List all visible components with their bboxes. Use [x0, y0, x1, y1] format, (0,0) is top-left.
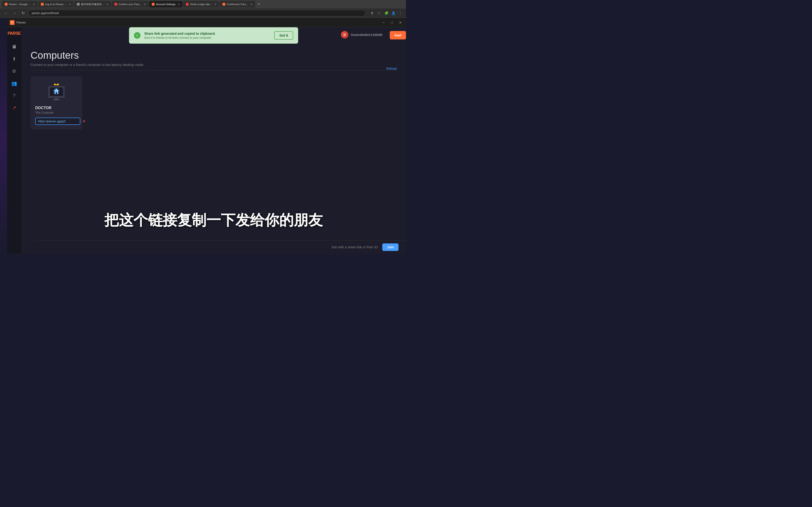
tab-hardware[interactable]: 硬件和软件兼容性... ✕: [74, 1, 111, 7]
toast-notification: ✓ Share link generated and copied to cli…: [129, 27, 298, 44]
share-link-row: ✕: [35, 118, 78, 125]
join-text: Join with a share link or Peer ID.: [331, 245, 379, 249]
tab-favicon-5: [152, 3, 155, 6]
window-favicon: P: [10, 20, 14, 25]
tab-verify-login[interactable]: Verify a login atte... ✕: [183, 1, 219, 7]
computer-label: This Computer: [35, 111, 78, 114]
profile-icon[interactable]: 👤: [391, 10, 396, 16]
tab-favicon-6: [186, 3, 189, 6]
sidebar-item-computers[interactable]: 🖥: [9, 42, 19, 52]
computer-icon-wrap: [35, 81, 78, 102]
maximize-button[interactable]: □: [389, 20, 395, 25]
toast-text: Share link generated and copied to clipb…: [144, 32, 270, 40]
svg-rect-7: [55, 98, 58, 99]
computers-grid: DOCTOR This Computer ✕: [31, 76, 397, 129]
url-field[interactable]: parsec.app/confirmed: [28, 10, 366, 16]
browser-chrome: Parsec - Google ... ✕ Log in to Parsec .…: [0, 0, 406, 18]
tab-close-7[interactable]: ✕: [250, 3, 252, 6]
content-area: ✓ Share link generated and copied to cli…: [21, 27, 406, 253]
join-button[interactable]: Join: [382, 243, 399, 251]
toast-title: Share link generated and copied to clipb…: [144, 32, 270, 36]
page-subtitle: Connect to your computer or a friend's c…: [31, 63, 397, 67]
toast-check-icon: ✓: [134, 32, 141, 39]
tab-confirmed-parsec[interactable]: Confirmed | Pars... ✕: [220, 1, 255, 7]
page-header: Computers Connect to your computer or a …: [31, 50, 397, 71]
tab-favicon-4: [114, 3, 117, 6]
address-bar: ← → ↻ parsec.app/confirmed ⬆ ☆ 🧩 👤 ⋮: [0, 8, 406, 18]
page-title: Computers: [31, 50, 397, 61]
parsec-app: PARSE 🖥 ⬆ ⚙ 👥 ? ↗ ✓ Share link generated…: [7, 27, 406, 253]
tab-favicon-1: [5, 3, 7, 6]
game-thumbnail: [0, 27, 7, 253]
new-tab-button[interactable]: +: [256, 1, 262, 7]
sidebar-item-share[interactable]: ⬆: [9, 54, 19, 64]
tab-close-2[interactable]: ✕: [69, 3, 71, 6]
reload-browser-button[interactable]: ↻: [20, 10, 26, 16]
sidebar-item-teams[interactable]: 👥: [9, 78, 19, 89]
computer-pixel-icon: [45, 81, 68, 102]
tab-login-parsec[interactable]: Log in to Parsec ... ✕: [38, 1, 74, 7]
user-badge: D DoctorWoW#11336095: [341, 31, 383, 39]
svg-rect-8: [53, 99, 60, 100]
sidebar-item-help[interactable]: ?: [9, 91, 19, 101]
bottom-bar: Join with a share link or Peer ID. Join: [35, 240, 406, 253]
tab-close-4[interactable]: ✕: [144, 3, 146, 6]
svg-marker-0: [54, 83, 59, 85]
computer-card-doctor: DOCTOR This Computer ✕: [31, 76, 82, 129]
parsec-logo: PARSE: [7, 31, 21, 36]
tab-confirm-parse[interactable]: Confirm your Pars... ✕: [112, 1, 149, 7]
sidebar-item-extra[interactable]: ↗: [9, 103, 19, 113]
extension-icon[interactable]: 🧩: [384, 10, 389, 16]
tab-bar: Parsec - Google ... ✕ Log in to Parsec .…: [0, 0, 406, 8]
user-name: DoctorWoW#11336095: [351, 33, 383, 37]
user-avatar: D: [341, 31, 348, 39]
tab-close-5[interactable]: ✕: [178, 3, 180, 6]
sidebar-item-settings[interactable]: ⚙: [9, 66, 19, 76]
window-titlebar: P Parsec ─ □ ✕: [7, 18, 406, 27]
tab-close-1[interactable]: ✕: [33, 3, 35, 6]
close-button[interactable]: ✕: [398, 20, 403, 25]
clear-link-button[interactable]: ✕: [82, 118, 86, 125]
svg-rect-5: [56, 92, 57, 94]
tab-close-6[interactable]: ✕: [214, 3, 216, 6]
forward-button[interactable]: →: [11, 10, 18, 16]
reload-button[interactable]: Reload: [386, 67, 397, 70]
tab-close-3[interactable]: ✕: [106, 3, 108, 6]
got-it-button[interactable]: Got It: [274, 31, 293, 40]
download-button[interactable]: load: [390, 31, 406, 40]
sidebar: PARSE 🖥 ⬆ ⚙ 👥 ? ↗: [7, 27, 21, 253]
back-button[interactable]: ←: [3, 10, 9, 16]
minimize-button[interactable]: ─: [380, 20, 386, 25]
tab-favicon-3: [77, 3, 80, 6]
computer-name: DOCTOR: [35, 106, 78, 110]
menu-icon[interactable]: ⋮: [398, 10, 403, 16]
toast-subtitle: Give it to friends to let them connect t…: [144, 36, 270, 40]
bookmark-icon[interactable]: ☆: [376, 10, 382, 16]
window-title: Parsec: [16, 21, 26, 24]
tab-account-settings[interactable]: Account Settings ✕: [149, 1, 183, 7]
share-page-icon[interactable]: ⬆: [369, 10, 375, 16]
chinese-subtitle: 把这个链接复制一下发给你的朋友: [21, 210, 406, 230]
tab-parsec-google[interactable]: Parsec - Google ... ✕: [2, 1, 38, 7]
share-link-input[interactable]: [35, 118, 80, 125]
tab-favicon-2: [41, 3, 44, 6]
header-divider: [31, 70, 397, 71]
tab-favicon-7: [222, 3, 225, 6]
window-controls: ─ □ ✕: [380, 20, 403, 25]
